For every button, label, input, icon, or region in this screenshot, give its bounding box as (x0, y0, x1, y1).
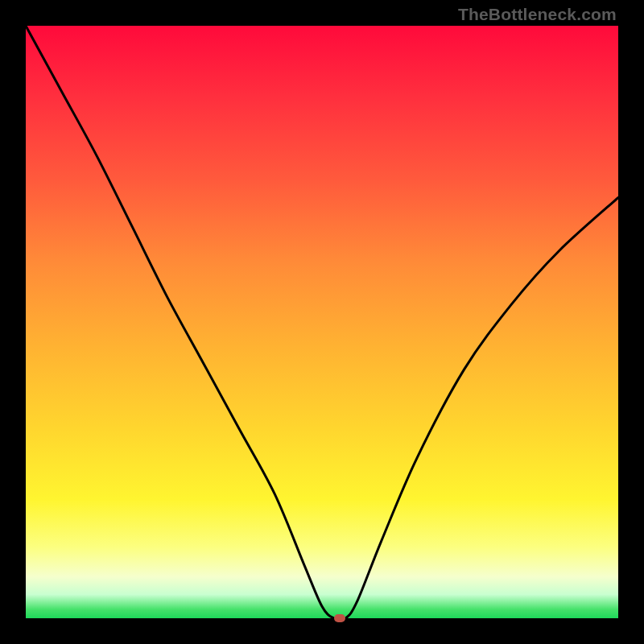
bottleneck-curve (26, 26, 618, 618)
watermark-text: TheBottleneck.com (458, 5, 617, 24)
min-marker (334, 614, 345, 622)
chart-frame: TheBottleneck.com (0, 0, 644, 644)
plot-area (26, 26, 618, 618)
